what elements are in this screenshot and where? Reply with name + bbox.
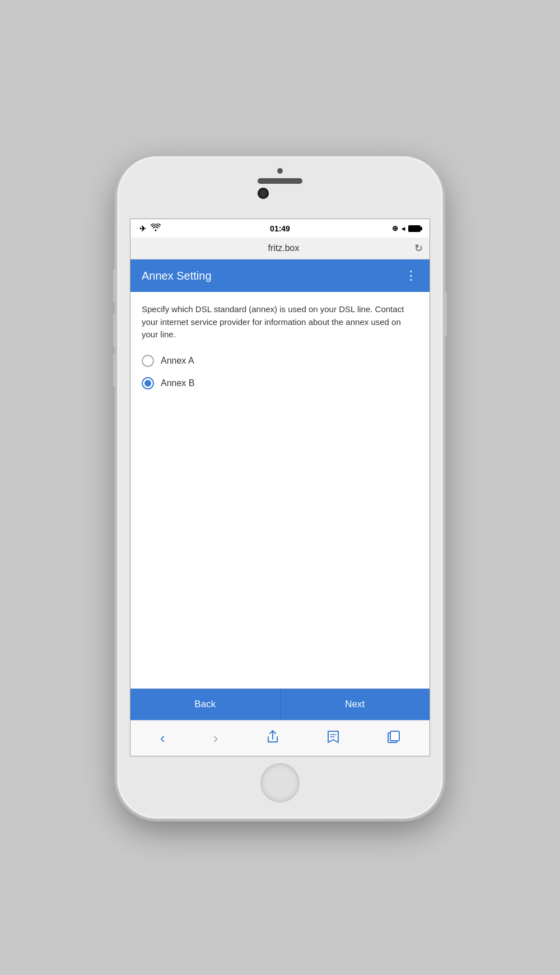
phone-speaker: [258, 178, 302, 184]
menu-button[interactable]: ⋮: [405, 268, 418, 283]
wifi-icon: [151, 224, 161, 233]
phone-camera: [258, 188, 269, 199]
annex-b-option[interactable]: Annex B: [142, 377, 418, 389]
location-icon: ⊕: [392, 224, 398, 233]
airplane-icon: ✈: [139, 224, 146, 233]
annex-a-option[interactable]: Annex A: [142, 355, 418, 367]
back-button[interactable]: Back: [130, 689, 281, 720]
browser-forward-icon[interactable]: ›: [209, 727, 223, 749]
browser-tabs-icon[interactable]: [383, 728, 404, 749]
annex-a-label: Annex A: [161, 356, 194, 366]
battery-icon: [408, 225, 421, 232]
next-button[interactable]: Next: [281, 689, 430, 720]
page-title: Annex Setting: [142, 270, 212, 282]
browser-back-icon[interactable]: ‹: [156, 727, 170, 749]
browser-share-icon[interactable]: [262, 728, 283, 749]
phone-top-speaker: [258, 168, 302, 184]
address-bar: fritz.box ↻: [130, 238, 430, 259]
phone-dot: [277, 168, 283, 174]
description-text: Specify which DSL standard (annex) is us…: [142, 303, 418, 341]
annex-a-radio[interactable]: [142, 355, 154, 367]
refresh-button[interactable]: ↻: [414, 242, 423, 254]
annex-b-radio[interactable]: [142, 377, 154, 389]
url-text[interactable]: fritz.box: [153, 243, 414, 253]
home-button[interactable]: [260, 763, 300, 802]
status-bar: ✈ 01:49 ⊕ ◂: [130, 219, 430, 238]
annex-b-label: Annex B: [161, 378, 194, 388]
browser-bookmarks-icon[interactable]: [323, 728, 344, 749]
annex-b-radio-inner: [144, 380, 151, 387]
status-right: ⊕ ◂: [392, 224, 421, 233]
status-left: ✈: [139, 224, 161, 233]
app-header: Annex Setting ⋮: [130, 259, 430, 292]
svg-rect-1: [390, 731, 399, 741]
footer-buttons: Back Next: [130, 688, 430, 720]
gps-icon: ◂: [402, 225, 405, 233]
phone-screen: ✈ 01:49 ⊕ ◂: [130, 219, 430, 756]
phone-shell: ✈ 01:49 ⊕ ◂: [118, 157, 442, 818]
status-time: 01:49: [270, 224, 290, 233]
content-area: Specify which DSL standard (annex) is us…: [130, 292, 430, 688]
browser-nav: ‹ ›: [130, 720, 430, 756]
